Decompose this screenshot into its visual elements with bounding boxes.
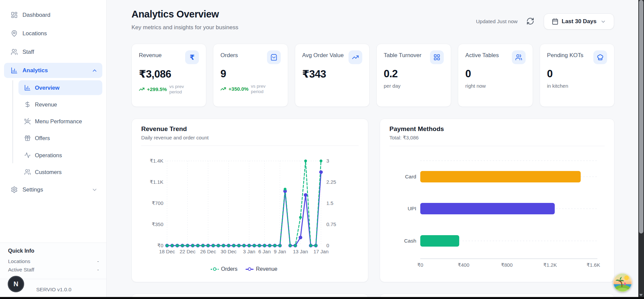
legend-label: Orders (221, 266, 237, 272)
trending-up-icon (348, 50, 362, 64)
sidebar-item-operations[interactable]: Operations (18, 148, 102, 163)
svg-text:0.75: 0.75 (326, 221, 336, 227)
quick-info-panel: Quick Info Locations - Active Staff - (0, 243, 106, 279)
scroll-down-arrow-icon[interactable] (639, 294, 643, 296)
date-range-dropdown[interactable]: Last 30 Days (544, 13, 614, 30)
sidebar-item-analytics[interactable]: Analytics (4, 63, 102, 78)
quick-info-label: Locations (8, 257, 30, 265)
sidebar-item-offers[interactable]: Offers (18, 131, 102, 145)
svg-text:₹1.1K: ₹1.1K (150, 179, 163, 185)
sidebar-item-label: Revenue (35, 101, 57, 108)
shopping-bag-icon (267, 50, 281, 64)
sidebar-item-dashboard[interactable]: Dashboard (4, 7, 102, 23)
metric-trend-note: vs prev period (169, 84, 191, 95)
metric-trend: +299.5% (147, 86, 167, 92)
quick-info-title: Quick Info (8, 248, 99, 254)
metric-value: ₹3,086 (139, 68, 199, 80)
sidebar-item-overview[interactable]: Overview (18, 80, 102, 95)
payment-methods-card: Payment Methods Total: ₹3,086 ₹0₹400₹800… (380, 119, 614, 282)
svg-text:₹400: ₹400 (458, 262, 470, 268)
updated-status: Updated Just now (476, 18, 518, 25)
page-subtitle: Key metrics and insights for your busine… (131, 24, 238, 31)
sidebar-item-revenue[interactable]: Revenue (18, 97, 102, 112)
sidebar-item-customers[interactable]: Customers (18, 165, 102, 179)
svg-text:26 Dec: 26 Dec (200, 249, 216, 254)
svg-text:0: 0 (326, 243, 329, 248)
sidebar-item-label: Dashboard (22, 12, 50, 18)
sidebar-item-staff[interactable]: Staff (4, 44, 102, 59)
rupee-icon: ₹ (185, 50, 199, 64)
metric-card-avg-order-value: Avg Order Value ₹343 (295, 44, 370, 107)
chevron-up-icon (92, 68, 98, 74)
map-pin-icon (11, 30, 18, 37)
chart-subtitle: Total: ₹3,086 (389, 135, 605, 141)
bar-chart-icon (11, 67, 18, 74)
scrollbar-track[interactable] (638, 0, 644, 299)
sidebar-item-label: Staff (22, 49, 34, 55)
svg-text:Cash: Cash (404, 238, 416, 244)
svg-text:₹0: ₹0 (417, 262, 423, 268)
refresh-icon (526, 17, 534, 26)
submenu-guide-line (12, 80, 13, 163)
svg-text:13 Jan: 13 Jan (293, 249, 308, 254)
trending-up-icon (139, 86, 145, 92)
metric-note: in kitchen (547, 83, 607, 89)
metric-value: 0 (465, 68, 525, 80)
island-widget-button[interactable] (613, 273, 632, 292)
grid-icon (430, 50, 444, 64)
metric-label: Active Tables (465, 50, 499, 59)
metric-card-revenue: Revenue ₹ ₹3,086 +299.5% vs prev period (131, 44, 206, 107)
header-actions: Updated Just now Last 30 Days (476, 13, 614, 30)
refresh-button[interactable] (526, 17, 535, 26)
chart-subtitle: Daily revenue and order count (141, 135, 359, 140)
sidebar-item-locations[interactable]: Locations (4, 26, 102, 41)
users-icon (24, 169, 31, 175)
metric-card-table-turnover: Table Turnover 0.2 per day (376, 44, 451, 107)
metric-card-orders: Orders 9 +350.0% vs prev period (213, 44, 288, 107)
sidebar-item-menu-performance[interactable]: Menu Performance (18, 114, 102, 129)
sidebar: Dashboard Locations Staff Analytics (0, 0, 107, 299)
metric-value: ₹343 (302, 68, 362, 80)
svg-text:17 Jan: 17 Jan (313, 249, 328, 254)
legend-revenue-swatch (246, 267, 254, 271)
users-icon (11, 48, 18, 55)
metric-cards-row: Revenue ₹ ₹3,086 +299.5% vs prev period … (131, 44, 614, 107)
window-bottom-edge (0, 297, 644, 299)
svg-text:₹1.6K: ₹1.6K (587, 262, 600, 268)
svg-text:₹350: ₹350 (152, 221, 163, 227)
metric-value: 0.2 (384, 68, 444, 80)
sidebar-item-label: Operations (35, 152, 62, 159)
chart-legend: Orders Revenue (167, 266, 321, 272)
svg-text:6 Jan: 6 Jan (258, 249, 271, 254)
trending-up-icon (220, 86, 226, 92)
sidebar-item-label: Analytics (22, 67, 48, 74)
legend-orders-swatch (211, 267, 219, 271)
svg-text:₹700: ₹700 (152, 200, 163, 206)
tropical-island-icon (613, 273, 632, 292)
quick-info-label: Active Staff (8, 265, 34, 274)
svg-text:18 Dec: 18 Dec (159, 249, 175, 254)
metric-label: Avg Order Value (302, 50, 344, 59)
metric-value: 9 (220, 68, 280, 80)
metric-note: right now (465, 83, 525, 89)
svg-text:1.5: 1.5 (326, 200, 333, 206)
quick-info-row: Active Staff - (8, 265, 99, 274)
revenue-trend-card: Revenue Trend Daily revenue and order co… (131, 119, 368, 282)
legend-item-revenue: Revenue (246, 266, 277, 272)
sidebar-item-settings[interactable]: Settings (4, 182, 102, 197)
dashboard-icon (11, 11, 18, 18)
metric-trend: +350.0% (228, 86, 249, 92)
main-content: Analytics Overview Key metrics and insig… (107, 0, 638, 299)
svg-text:3 Jan: 3 Jan (243, 249, 255, 254)
metric-label: Orders (220, 50, 238, 59)
svg-text:Card: Card (405, 174, 416, 179)
scrollbar-thumb[interactable] (639, 0, 643, 233)
quick-info-row: Locations - (8, 257, 99, 265)
sidebar-item-label: Offers (35, 135, 50, 141)
chevron-down-icon (92, 187, 98, 193)
avatar[interactable]: N (8, 276, 24, 292)
metric-label: Table Turnover (384, 50, 421, 59)
sidebar-item-label: Overview (35, 85, 59, 91)
metric-note: per day (384, 83, 444, 89)
svg-text:UPI: UPI (408, 206, 416, 211)
